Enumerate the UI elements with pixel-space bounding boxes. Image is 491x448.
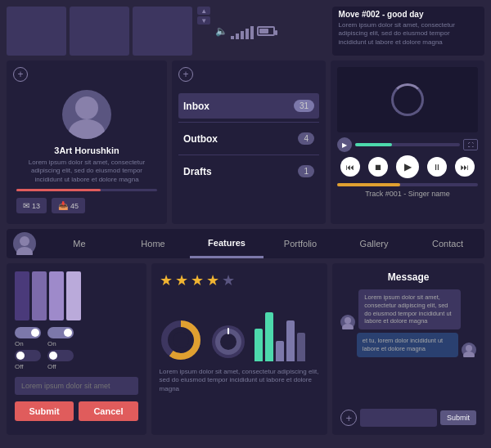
message-input[interactable] bbox=[360, 409, 437, 427]
toggle-knob-off-2 bbox=[49, 352, 57, 360]
next-btn[interactable]: ⏭ bbox=[455, 157, 475, 177]
toggle-off-2: Off bbox=[47, 350, 74, 370]
cancel-button[interactable]: Cancel bbox=[79, 401, 137, 421]
scroll-up-btn[interactable]: ▲ bbox=[197, 7, 210, 15]
knob-chart bbox=[209, 322, 248, 361]
message-input-row: + Submit bbox=[340, 409, 476, 427]
inbox-item-drafts[interactable]: Drafts 1 bbox=[178, 159, 319, 184]
form-text-input[interactable] bbox=[15, 377, 138, 395]
top-row: ▲ ▼ 🔈 Move #002 - good day Lorem ipsum d… bbox=[7, 7, 484, 56]
form-card: On On Off bbox=[7, 263, 146, 435]
nav-item-portfolio[interactable]: Portfolio bbox=[264, 231, 337, 257]
message-add-btn[interactable]: + bbox=[340, 410, 357, 426]
svg-point-12 bbox=[342, 324, 354, 329]
toggle-knob-off-1 bbox=[16, 352, 25, 360]
player-controls-row: ▶ ⛶ bbox=[337, 137, 478, 152]
stars-row: ★ ★ ★ ★ ★ bbox=[160, 271, 320, 289]
donut-chart bbox=[160, 319, 202, 361]
mini-play-btn[interactable]: ▶ bbox=[337, 137, 352, 152]
message-icon: ✉ bbox=[23, 201, 29, 210]
star-1[interactable]: ★ bbox=[160, 271, 173, 289]
nav-item-me[interactable]: Me bbox=[43, 231, 116, 257]
toggle-row-1: On On bbox=[15, 327, 138, 347]
pause-btn[interactable]: ⏸ bbox=[427, 157, 447, 177]
scroll-down-btn[interactable]: ▼ bbox=[197, 16, 210, 25]
player-thumbnail bbox=[337, 67, 478, 132]
star-5[interactable]: ★ bbox=[222, 271, 235, 289]
profile-action-1[interactable]: ✉ 13 bbox=[16, 198, 47, 213]
svg-point-1 bbox=[69, 119, 105, 139]
color-swatches bbox=[15, 271, 138, 320]
star-2[interactable]: ★ bbox=[175, 271, 188, 289]
nav-avatar bbox=[13, 232, 36, 255]
msg-text-2: et tu, lorem dolor incididunt ut labore … bbox=[363, 337, 443, 352]
msg-row-sent: et tu, lorem dolor incididunt ut labore … bbox=[340, 333, 476, 357]
msg-text-1: Lorem ipsum dolor sit amet, consectetur … bbox=[364, 293, 451, 325]
toggle-off-label-1: Off bbox=[15, 363, 24, 370]
toggle-off-label-2: Off bbox=[47, 363, 56, 370]
profile-desc: Lorem ipsum dolor sit amet, consectetur … bbox=[16, 159, 157, 184]
nav-item-home[interactable]: Home bbox=[116, 231, 190, 257]
move-card: Move #002 - good day Lorem ipsum dolor s… bbox=[332, 7, 484, 56]
toggle-group: On On Off bbox=[15, 327, 138, 370]
nav-item-gallery[interactable]: Gallery bbox=[337, 231, 411, 257]
toggle-row-2: Off Off bbox=[15, 350, 138, 370]
profile-bar-fill bbox=[16, 189, 101, 191]
nav-item-contact[interactable]: Contact bbox=[411, 231, 484, 257]
swatch-2 bbox=[32, 271, 47, 320]
submit-button[interactable]: Submit bbox=[15, 401, 74, 421]
image-placeholder-1 bbox=[7, 7, 66, 56]
star-3[interactable]: ★ bbox=[191, 271, 204, 289]
nav-row: Me Home Features Portfolio Gallery Conta… bbox=[7, 229, 484, 258]
play-btn[interactable]: ▶ bbox=[396, 155, 419, 178]
star-4[interactable]: ★ bbox=[206, 271, 219, 289]
toggle-switch-off-1[interactable] bbox=[15, 350, 41, 361]
profile-name: 3Art Horushkin bbox=[16, 146, 157, 155]
speaker-icon: 🔈 bbox=[215, 25, 227, 37]
avatar-silhouette-svg bbox=[62, 90, 111, 139]
middle-row: + 3Art Horushkin Lorem ipsum dolor sit a… bbox=[7, 60, 484, 224]
swatch-1 bbox=[15, 271, 29, 320]
profile-add-btn[interactable]: + bbox=[13, 67, 28, 82]
vbar-3 bbox=[276, 341, 284, 361]
inbox-add-btn[interactable]: + bbox=[178, 67, 193, 82]
message-title: Message bbox=[340, 271, 476, 283]
vbar-4 bbox=[286, 320, 295, 361]
inbox-label: Inbox bbox=[183, 101, 209, 112]
toggle-on-label-2: On bbox=[47, 340, 56, 347]
svg-point-0 bbox=[75, 96, 98, 119]
message-send-btn[interactable]: Submit bbox=[440, 410, 476, 425]
outbox-count: 4 bbox=[298, 132, 314, 145]
toggle-on-2: On bbox=[47, 327, 74, 347]
profile-action-2[interactable]: 📥 45 bbox=[52, 198, 85, 213]
toggle-switch-on-2[interactable] bbox=[47, 327, 74, 338]
charts-row bbox=[160, 296, 320, 361]
toggle-switch-off-2[interactable] bbox=[47, 350, 74, 361]
drafts-label: Drafts bbox=[183, 166, 212, 177]
stop-btn[interactable]: ⏹ bbox=[368, 157, 388, 177]
move-card-desc: Lorem ipsum dolor sit amet, consectetur … bbox=[339, 21, 478, 47]
profile-avatar bbox=[62, 90, 111, 139]
nav-item-features[interactable]: Features bbox=[190, 230, 264, 258]
image-group bbox=[7, 7, 192, 56]
svg-point-11 bbox=[345, 317, 351, 324]
progress-bar bbox=[355, 143, 460, 146]
player-buttons: ⏮ ⏹ ▶ ⏸ ⏭ bbox=[337, 155, 478, 178]
msg-bubble-received: Lorem ipsum dolor sit amet, consectetur … bbox=[358, 289, 460, 329]
svg-point-9 bbox=[220, 334, 236, 350]
inbox-item-inbox[interactable]: Inbox 31 bbox=[178, 93, 319, 119]
vertical-bars bbox=[255, 296, 305, 361]
svg-point-14 bbox=[463, 352, 475, 357]
signal-icon bbox=[231, 23, 254, 39]
inbox-item-outbox[interactable]: Outbox 4 bbox=[178, 126, 319, 151]
image-placeholder-2 bbox=[70, 7, 129, 56]
toggle-switch-on-1[interactable] bbox=[15, 327, 41, 338]
msg-row-received: Lorem ipsum dolor sit amet, consectetur … bbox=[340, 289, 476, 329]
fullscreen-btn[interactable]: ⛶ bbox=[463, 139, 478, 150]
profile-progress-bar bbox=[16, 189, 157, 191]
prev-btn[interactable]: ⏮ bbox=[340, 157, 360, 177]
move-card-title: Move #002 - good day bbox=[339, 10, 478, 19]
form-buttons: Submit Cancel bbox=[15, 401, 138, 421]
svg-point-2 bbox=[20, 236, 29, 246]
image-placeholder-3 bbox=[133, 7, 192, 56]
